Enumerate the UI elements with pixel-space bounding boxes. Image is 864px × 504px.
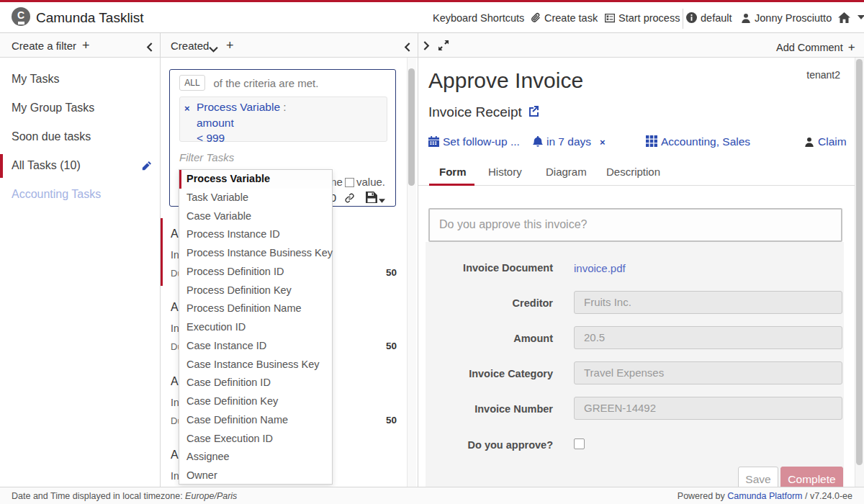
- dropdown-option[interactable]: Process Definition Name: [179, 300, 332, 318]
- invoice-document-link[interactable]: invoice.pdf: [574, 262, 626, 274]
- add-comment-button[interactable]: Add Comment+: [776, 40, 855, 55]
- dropdown-option[interactable]: Case Definition ID: [179, 374, 332, 392]
- criterion-value[interactable]: 999: [206, 132, 225, 144]
- sidebar-divider: [160, 33, 161, 487]
- search-criterion-pill[interactable]: × Process Variable : amount < 999: [179, 96, 387, 142]
- sidebar-item-accounting-tasks[interactable]: Accounting Tasks: [0, 184, 160, 213]
- header-separator: [683, 9, 683, 29]
- approve-comment-textarea[interactable]: Do you approve this invoice?: [428, 208, 842, 242]
- search-type-dropdown: Process Variable Task Variable Case Vari…: [179, 169, 333, 485]
- approve-checkbox[interactable]: [574, 438, 585, 449]
- field-label: Invoice Number: [426, 403, 553, 415]
- app-title: Camunda Tasklist: [36, 10, 144, 26]
- groups-grid-icon: [646, 135, 657, 147]
- create-task-button[interactable]: Create task: [531, 12, 598, 24]
- tab-description[interactable]: Description: [606, 166, 660, 178]
- save-search-icon[interactable]: [366, 192, 377, 203]
- collapse-task-panel-icon[interactable]: [421, 40, 431, 53]
- tenant-indicator[interactable]: default: [686, 12, 732, 24]
- task-priority: 50: [386, 267, 397, 278]
- tasklist-scrollbar-thumb[interactable]: [408, 68, 415, 186]
- task-tabs: Form History Diagram Description: [418, 163, 855, 186]
- bell-icon: [533, 136, 543, 147]
- tab-diagram[interactable]: Diagram: [546, 166, 587, 178]
- dropdown-option[interactable]: Case Definition Key: [179, 392, 332, 411]
- field-label: Do you approve?: [426, 439, 553, 451]
- criterion-operator[interactable]: <: [197, 132, 203, 144]
- sort-by-created-dropdown[interactable]: Created: [171, 40, 209, 52]
- task-title: Approve Invoice: [428, 68, 583, 93]
- camunda-platform-link[interactable]: Camunda Platform: [727, 491, 802, 501]
- sidebar-item-my-group-tasks[interactable]: My Group Tasks: [0, 98, 160, 127]
- start-process-button[interactable]: Start process: [605, 12, 680, 24]
- dropdown-option[interactable]: Execution ID: [179, 318, 332, 337]
- dropdown-option[interactable]: Task Variable: [179, 189, 332, 207]
- sidebar-item-all-tasks[interactable]: All Tasks (10): [0, 156, 160, 184]
- criterion-type[interactable]: Process Variable: [197, 101, 280, 113]
- field-label: Creditor: [426, 297, 553, 309]
- filter-tasks-input[interactable]: Filter Tasks: [179, 151, 234, 163]
- sort-chevron-down-icon[interactable]: [209, 42, 218, 55]
- dropdown-option[interactable]: Process Definition Key: [179, 282, 332, 300]
- home-menu[interactable]: [838, 12, 864, 24]
- user-menu[interactable]: Jonny Prosciutto: [741, 12, 832, 24]
- remove-criterion-icon[interactable]: ×: [184, 101, 190, 117]
- camunda-logo-icon[interactable]: C: [12, 7, 30, 26]
- dropdown-option[interactable]: Process Instance ID: [179, 225, 332, 244]
- copy-link-icon[interactable]: [345, 193, 354, 203]
- groups-link[interactable]: Accounting, Sales: [646, 135, 750, 148]
- dropdown-option[interactable]: Case Definition Name: [179, 411, 332, 430]
- sidebar-item-my-tasks[interactable]: My Tasks: [0, 69, 160, 98]
- task-priority: 50: [386, 415, 397, 426]
- powered-by-note: Powered by Camunda Platform / v7.24.0-ee: [678, 491, 852, 501]
- logo-letter: C: [12, 10, 30, 20]
- tenant-badge: tenant2: [806, 69, 840, 81]
- dropdown-option[interactable]: Process Instance Business Key: [179, 244, 332, 263]
- collapse-filters-icon[interactable]: [145, 42, 155, 54]
- tab-history[interactable]: History: [488, 166, 522, 178]
- dropdown-option[interactable]: Process Definition ID: [179, 263, 332, 282]
- caret-down-icon: [858, 15, 864, 19]
- add-sort-icon[interactable]: +: [226, 38, 234, 53]
- field-label: Amount: [426, 333, 553, 344]
- app-footer: Date and Time displayed in local timezon…: [0, 487, 864, 504]
- case-value-checkbox[interactable]: [345, 178, 354, 187]
- dropdown-option[interactable]: Case Instance Business Key: [179, 356, 332, 374]
- create-filter-label[interactable]: Create a filter: [12, 40, 76, 52]
- dropdown-option[interactable]: Case Execution ID: [179, 430, 332, 449]
- task-priority: 50: [386, 341, 397, 351]
- dropdown-option[interactable]: Case Instance ID: [179, 337, 332, 356]
- dropdown-option[interactable]: Assignee: [179, 448, 332, 467]
- app-header: C Camunda Tasklist Keyboard Shortcuts Cr…: [0, 2, 864, 33]
- creditor-input[interactable]: Fruits Inc.: [574, 291, 842, 314]
- dropdown-option[interactable]: Case Variable: [179, 207, 332, 226]
- external-link-icon[interactable]: [528, 105, 539, 117]
- remove-due-icon[interactable]: ×: [600, 137, 606, 148]
- match-all-chip[interactable]: ALL: [179, 75, 205, 91]
- dropdown-option[interactable]: Process Variable: [179, 170, 332, 189]
- due-date-link[interactable]: in 7 days×: [533, 135, 606, 148]
- search-results-row: 10: [324, 192, 385, 204]
- home-icon: [838, 12, 850, 23]
- edit-filter-icon[interactable]: [142, 161, 151, 174]
- sidebar-item-soon-due-tasks[interactable]: Soon due tasks: [0, 127, 160, 156]
- process-name: Invoice Receipt: [428, 104, 539, 120]
- start-process-icon: [605, 13, 615, 23]
- expand-task-panel-icon[interactable]: [438, 40, 449, 54]
- task-detail-panel: Approve Invoice tenant2 Invoice Receipt …: [418, 58, 855, 487]
- criterion-name[interactable]: amount: [197, 115, 387, 131]
- collapse-tasklist-icon[interactable]: [403, 42, 413, 54]
- logo-underscore: [18, 22, 24, 24]
- field-label: Invoice Document: [426, 262, 553, 274]
- keyboard-shortcuts-link[interactable]: Keyboard Shortcuts: [433, 12, 524, 24]
- invoice-category-input[interactable]: Travel Expenses: [574, 361, 842, 384]
- dropdown-option[interactable]: Owner: [179, 467, 332, 485]
- claim-button[interactable]: Claim: [804, 135, 847, 148]
- task-panel-scrollbar-thumb[interactable]: [856, 59, 863, 465]
- invoice-number-input[interactable]: GREEN-14492: [574, 397, 842, 420]
- amount-input[interactable]: 20.5: [574, 326, 842, 349]
- tab-form[interactable]: Form: [439, 166, 467, 178]
- set-followup-link[interactable]: Set follow-up ...: [428, 135, 520, 148]
- save-caret-icon[interactable]: [379, 199, 385, 203]
- create-filter-plus-icon[interactable]: +: [82, 38, 90, 53]
